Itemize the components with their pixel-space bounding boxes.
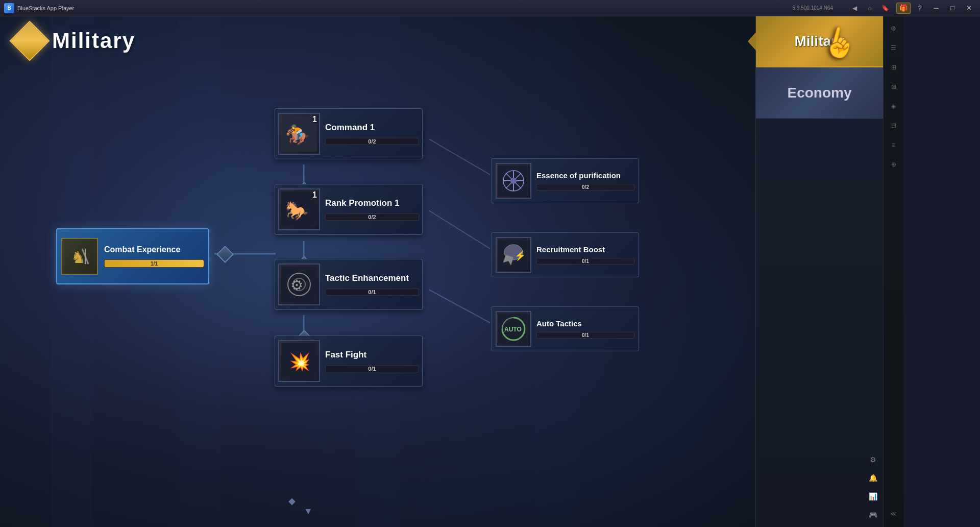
essence-purification-title: Essence of purification	[536, 171, 634, 180]
far-nav-1[interactable]: ⚙	[886, 20, 902, 37]
scroll-indicator-2: ◆	[288, 495, 296, 507]
recruitment-boost-progress: 0/1	[582, 258, 589, 264]
app-logo: B	[4, 3, 14, 13]
command1-badge: 1	[312, 115, 317, 124]
svg-line-8	[429, 210, 490, 249]
essence-purification-content: Essence of purification 0/2	[536, 171, 634, 190]
combat-experience-card[interactable]: ♞ Combat Experience 1/1	[56, 228, 209, 284]
command1-node[interactable]: 🏇 1 Command 1 0/2	[275, 108, 423, 159]
tactic-enhancement-title: Tactic Enhancement	[325, 273, 419, 283]
svg-text:⚡: ⚡	[514, 250, 526, 261]
svg-line-7	[429, 139, 490, 175]
gift-icon-btn[interactable]: 🎁	[896, 3, 911, 14]
minimize-button[interactable]: ─	[929, 3, 943, 14]
close-button[interactable]: ✕	[962, 3, 976, 14]
far-nav-5[interactable]: ◈	[886, 98, 902, 114]
svg-text:🐎: 🐎	[285, 200, 308, 222]
recruitment-boost-card[interactable]: ⚡ Recruitment Boost 0/1	[491, 232, 639, 277]
title-bar: B BlueStacks App Player 5.9.500.1014 N64…	[0, 0, 980, 16]
military-tab-arrow	[748, 32, 756, 51]
rank-promotion-bar: 0/2	[325, 213, 419, 221]
side-nav-settings[interactable]: ⚙	[865, 451, 881, 468]
tactic-enhancement-bar: 0/1	[325, 289, 419, 296]
game-area: Military ♞ Combat Experience 1/1	[0, 16, 755, 527]
tactic-enhancement-progress: 0/1	[368, 289, 376, 295]
recruitment-boost-title: Recruitment Boost	[536, 245, 634, 254]
combat-experience-icon: ♞	[61, 238, 98, 275]
rank-promotion-icon: 🐎 1	[278, 188, 320, 230]
side-nav-stats[interactable]: 📊	[865, 488, 881, 505]
far-right-panel: ⚙ ☰ ⊞ ⊠ ◈ ⊟ ≡ ⊕ ≪	[883, 16, 903, 527]
question-button[interactable]: ?	[913, 3, 927, 14]
far-nav-8[interactable]: ⊕	[886, 156, 902, 173]
combat-experience-title: Combat Experience	[104, 245, 204, 254]
command1-progress: 0/2	[368, 138, 376, 145]
svg-text:⚙: ⚙	[290, 277, 303, 293]
command1-content: Command 1 0/2	[325, 123, 419, 145]
far-nav-6[interactable]: ⊟	[886, 117, 902, 134]
fast-fight-title: Fast Fight	[325, 350, 419, 360]
command1-bar: 0/2	[325, 138, 419, 145]
auto-tactics-progress: 0/1	[582, 332, 589, 338]
window-controls: ? ─ □ ✕	[913, 3, 976, 14]
far-nav-2[interactable]: ☰	[886, 40, 902, 56]
far-nav-bottom[interactable]: ≪	[886, 506, 902, 522]
fast-fight-content: Fast Fight 0/1	[325, 350, 419, 372]
side-nav-game[interactable]: 🎮	[865, 507, 881, 523]
command1-title: Command 1	[325, 123, 419, 133]
app-version: 5.9.500.1014 N64	[792, 5, 833, 11]
svg-text:💥: 💥	[289, 351, 311, 372]
far-nav-7[interactable]: ≡	[886, 137, 902, 153]
rank-promotion-badge: 1	[312, 190, 317, 200]
side-nav-notifications[interactable]: 🔔	[865, 470, 881, 486]
page-title: Military	[52, 29, 135, 53]
side-nav: ⚙ 🔔 📊 🎮	[756, 118, 883, 527]
command1-icon: 🏇 1	[278, 113, 320, 155]
tactic-enhancement-content: Tactic Enhancement 0/1	[325, 273, 419, 296]
auto-tactics-icon: AUTO	[496, 311, 531, 347]
page-title-area: Military	[15, 27, 135, 55]
essence-purification-icon	[496, 163, 531, 199]
fast-fight-icon: 💥	[278, 340, 320, 382]
auto-tactics-title: Auto Tactics	[536, 319, 634, 328]
rank-promotion-progress: 0/2	[368, 214, 376, 220]
far-nav-3[interactable]: ⊞	[886, 59, 902, 76]
svg-point-27	[510, 178, 517, 184]
economy-tab[interactable]: Economy	[756, 67, 883, 118]
svg-text:AUTO: AUTO	[504, 326, 522, 333]
combat-experience-fill: 1/1	[105, 260, 204, 267]
economy-tab-label: Economy	[787, 85, 851, 101]
auto-tactics-card[interactable]: AUTO Auto Tactics 0/1	[491, 306, 639, 351]
essence-purification-bar: 0/2	[536, 184, 634, 190]
recruitment-boost-content: Recruitment Boost 0/1	[536, 245, 634, 265]
fast-fight-bar: 0/1	[325, 365, 419, 372]
svg-line-9	[429, 290, 490, 323]
right-tabs-panel: ☝ Military Economy ⚙ 🔔 📊 🎮	[755, 16, 883, 527]
military-tab-label: Military	[794, 33, 844, 50]
tactic-enhancement-icon: ⚙	[278, 264, 320, 305]
nav-bookmark-button[interactable]: 🔖	[878, 3, 892, 14]
essence-purification-card[interactable]: Essence of purification 0/2	[491, 158, 639, 203]
svg-rect-12	[281, 116, 317, 152]
fast-fight-node[interactable]: 💥 Fast Fight 0/1	[275, 336, 423, 387]
military-tab[interactable]: Military	[756, 16, 883, 67]
combat-experience-progress: 1/1	[151, 261, 158, 267]
auto-tactics-bar: 0/1	[536, 332, 634, 339]
combat-experience-bar: 1/1	[104, 259, 204, 268]
rank-promotion-content: Rank Promotion 1 0/2	[325, 198, 419, 221]
combat-experience-content: Combat Experience 1/1	[104, 245, 204, 268]
far-nav-4[interactable]: ⊠	[886, 79, 902, 95]
fast-fight-progress: 0/1	[368, 366, 376, 372]
auto-tactics-content: Auto Tactics 0/1	[536, 319, 634, 339]
rank-promotion-node[interactable]: 🐎 1 Rank Promotion 1 0/2	[275, 184, 423, 235]
nav-back-button[interactable]: ◀	[847, 3, 862, 14]
nav-home-button[interactable]: ⌂	[863, 3, 877, 14]
essence-purification-progress: 0/2	[582, 184, 589, 190]
nav-buttons: ◀ ⌂ 🔖	[847, 3, 892, 14]
rank-promotion-title: Rank Promotion 1	[325, 198, 419, 208]
restore-button[interactable]: □	[945, 3, 960, 14]
recruitment-boost-bar: 0/1	[536, 258, 634, 265]
recruitment-boost-icon: ⚡	[496, 237, 531, 273]
app-name: BlueStacks App Player	[17, 5, 792, 11]
tactic-enhancement-node[interactable]: ⚙ Tactic Enhancement 0/1	[275, 259, 423, 310]
